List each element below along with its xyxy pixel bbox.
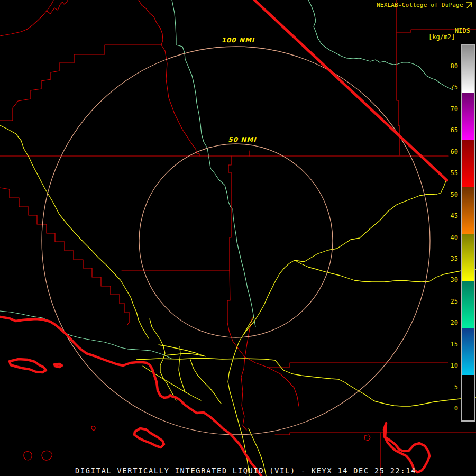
product-network-label: NIDS — [455, 27, 470, 34]
site-title: NEXLAB-College of DuPage — [377, 2, 463, 8]
product-units-label: [kg/m2] — [428, 33, 455, 41]
colorbar-tick-label: 70 — [434, 105, 458, 113]
highway — [136, 358, 476, 406]
highway — [0, 125, 149, 338]
county-border — [245, 357, 448, 367]
colorbar-tick-label: 0 — [434, 405, 458, 412]
colorbar-tick-label: 40 — [434, 234, 458, 241]
coastline — [384, 423, 429, 472]
brand: NEXLAB-College of DuPage — [377, 2, 473, 8]
coastline — [10, 359, 46, 372]
county-border — [24, 452, 32, 460]
county-border — [267, 367, 299, 406]
range-ring — [42, 47, 430, 435]
coastline — [0, 317, 261, 476]
colorbar-tick-label: 80 — [434, 62, 458, 70]
highway — [228, 317, 254, 476]
colorbar-tick-label: 20 — [434, 319, 458, 326]
river — [172, 0, 255, 327]
river — [308, 0, 453, 90]
colorbar-tick-label: 5 — [434, 383, 458, 391]
colorbar-tick-label: 55 — [434, 169, 458, 177]
colorbar-tick-label: 10 — [434, 362, 458, 369]
coastline — [54, 364, 62, 367]
colorbar-tick-label: 45 — [434, 212, 458, 219]
colorbar-tick-label: 65 — [434, 126, 458, 134]
county-border — [227, 271, 245, 357]
highway — [150, 319, 176, 400]
colorbar-tick-label: 75 — [434, 84, 458, 91]
colorbar-tick-label: 60 — [434, 148, 458, 155]
colorbar-tick-label: 15 — [434, 341, 458, 348]
colorbar-tick-label: 35 — [434, 255, 458, 262]
county-border — [364, 435, 370, 441]
range-ring-label: 50 NMI — [226, 136, 258, 143]
vil-colorbar-gradient — [462, 45, 474, 420]
county-border — [161, 45, 199, 156]
county-border — [0, 188, 130, 325]
cod-window-logo-icon — [465, 2, 473, 8]
colorbar-tick-label: 50 — [434, 191, 458, 198]
county-border — [0, 0, 163, 121]
county-border — [91, 426, 95, 431]
county-border — [0, 0, 53, 36]
product-title: DIGITAL VERTICALLY INTEGRATED LIQUID (VI… — [75, 466, 416, 475]
range-ring-label: 100 NMI — [220, 36, 257, 44]
radar-map — [0, 0, 476, 476]
colorbar-tick-label: 30 — [434, 276, 458, 283]
state-border — [254, 0, 447, 180]
county-border — [241, 357, 246, 430]
vil-colorbar — [461, 44, 475, 422]
colorbar-tick-label: 25 — [434, 298, 458, 305]
highway — [190, 360, 221, 404]
county-border — [275, 433, 476, 435]
coastline — [134, 428, 164, 447]
county-border — [42, 451, 52, 460]
highway — [243, 180, 446, 335]
radar-viewer: 100 NMI50 NMI NEXLAB-College of DuPage N… — [0, 0, 476, 476]
range-ring — [139, 144, 333, 337]
